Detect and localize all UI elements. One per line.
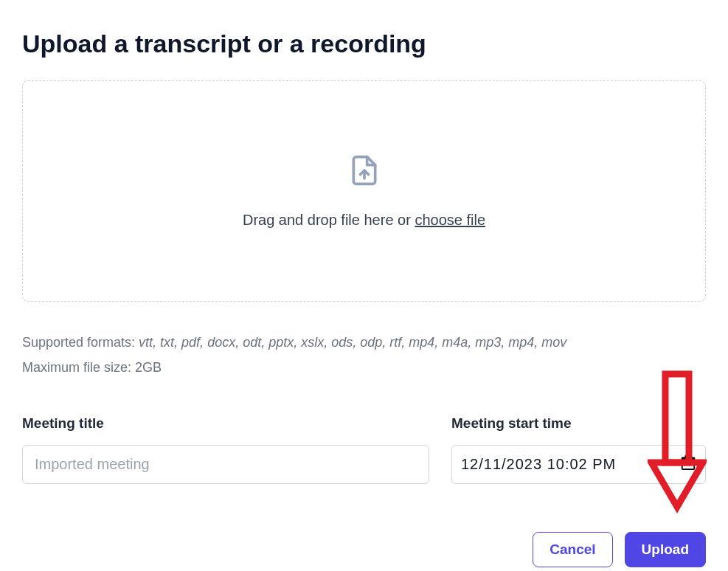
svg-rect-2 xyxy=(682,458,695,462)
file-dropzone[interactable]: Drag and drop file here or choose file xyxy=(22,80,706,302)
cancel-button[interactable]: Cancel xyxy=(533,532,612,567)
meeting-start-time-input[interactable]: 12/11/2023 10:02 PM xyxy=(451,445,706,484)
calendar-icon[interactable] xyxy=(680,454,696,474)
dropzone-prompt: Drag and drop file here or choose file xyxy=(243,212,485,229)
meeting-title-label: Meeting title xyxy=(22,415,429,432)
meeting-start-time-value: 12/11/2023 10:02 PM xyxy=(461,456,616,473)
max-size-label: Maximum file size: xyxy=(22,360,135,375)
max-size-value: 2GB xyxy=(135,360,162,375)
upload-button[interactable]: Upload xyxy=(625,532,706,567)
file-upload-icon xyxy=(348,154,381,190)
meeting-title-input[interactable] xyxy=(22,445,429,484)
choose-file-link[interactable]: choose file xyxy=(415,212,485,228)
meeting-start-time-label: Meeting start time xyxy=(451,415,706,432)
page-title: Upload a transcript or a recording xyxy=(22,30,706,58)
dropzone-prompt-text: Drag and drop file here or xyxy=(243,212,415,228)
file-metadata: Supported formats: vtt, txt, pdf, docx, … xyxy=(22,330,706,380)
supported-formats-label: Supported formats: xyxy=(22,335,139,350)
supported-formats-list: vtt, txt, pdf, docx, odt, pptx, xslx, od… xyxy=(139,335,566,350)
